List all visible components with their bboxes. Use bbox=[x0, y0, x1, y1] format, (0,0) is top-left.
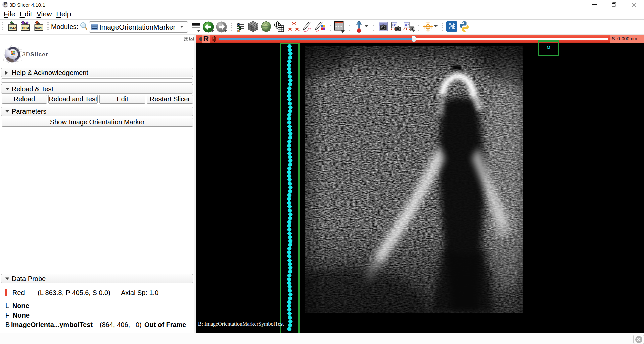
svg-text:DCM: DCM bbox=[22, 26, 29, 30]
svg-text:SAVE: SAVE bbox=[35, 26, 43, 30]
svg-text:DATA: DATA bbox=[9, 26, 17, 30]
